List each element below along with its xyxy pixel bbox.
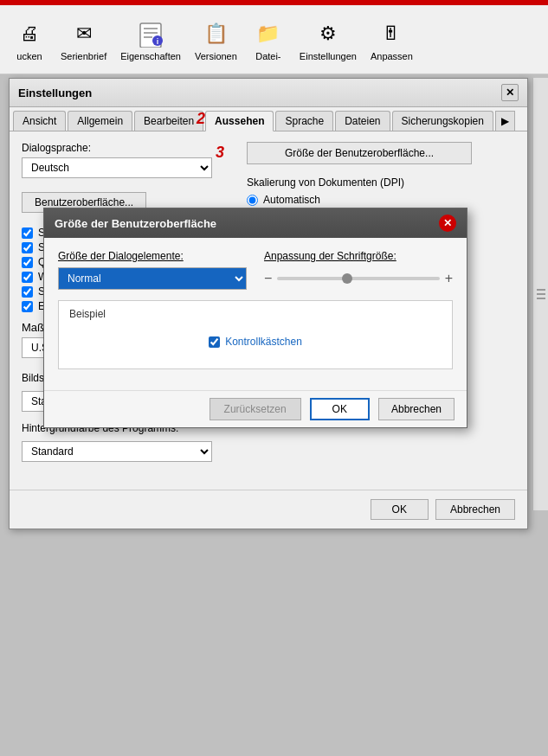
sub-dialog-footer: Zurücksetzen OK Abbrechen [44,390,467,427]
kontrollkaestchen-row: Kontrollkästchen [69,327,442,356]
main-ok-button[interactable]: OK [371,499,429,520]
tab-allgemein[interactable]: Allgemein [68,111,132,131]
sub-col-groesse: Größe der Dialogelemente: Normal [58,250,247,290]
toolbar-einstellungen-label: Einstellungen [300,51,357,61]
scrollbar-handle [537,289,545,299]
sub-dialog-titlebar: Größe der Benutzeroberfläche ✕ [44,208,467,238]
toolbar-anpassen-label: Anpassen [371,51,413,61]
right-scrollbar[interactable] [532,78,548,510]
kontrollkaestchen-checkbox[interactable] [209,336,220,348]
sub-col-anpassung: Anpassung der Schriftgröße: − + [264,250,453,290]
tab-ansicht[interactable]: Ansicht [13,111,66,131]
anpassung-label: Anpassung der Schriftgröße: [264,250,453,262]
slider-minus[interactable]: − [264,271,272,286]
step3-number: 3 [216,144,224,162]
checkbox-statu-input[interactable] [22,227,33,239]
sub-ok-button[interactable]: OK [310,398,370,420]
print-icon: 🖨 [14,18,45,49]
beispiel-label: Beispiel [69,308,442,320]
normal-select[interactable]: Normal [58,267,247,290]
automatisch-radio[interactable] [247,195,258,206]
checkbox-schri-input[interactable] [22,242,33,253]
main-dialog-footer: OK Abbrechen [10,490,527,529]
sub-columns: Größe der Dialogelemente: Normal Anpassu… [58,250,453,290]
slider-thumb[interactable] [342,273,352,284]
sub-cancel-button[interactable]: Abbrechen [378,398,455,420]
dialogsprache-label: Dialogsprache: [22,142,229,154]
main-dialog-title: Einstellungen [18,86,92,99]
toolbar-serienbrief-label: Serienbrief [61,51,106,61]
toolbar-eigenschaften-label: Eigenschaften [120,51,181,61]
toolbar: 🖨 ucken ✉ Serienbrief i Eigenschaften 📋 … [0,5,548,74]
serienbrief-icon: ✉ [68,18,100,49]
tab-sprache[interactable]: Sprache [275,111,333,131]
toolbar-anpassen[interactable]: 🎚 Anpassen [365,15,418,65]
step2-number: 2 [197,110,205,128]
sub-dialog: Größe der Benutzeroberfläche ✕ Größe der… [43,208,467,428]
sub-dialog-body: Größe der Dialogelemente: Normal Anpassu… [44,238,467,390]
tab-sicherungskopien[interactable]: Sicherungskopien [392,111,493,131]
tab-bearbeiten[interactable]: Bearbeiten [134,111,203,131]
eigenschaften-icon: i [135,18,166,49]
svg-text:i: i [157,37,159,46]
sub-dialog-close[interactable]: ✕ [439,215,456,232]
toolbar-serienbrief[interactable]: ✉ Serienbrief [55,15,112,65]
tab-more[interactable]: ▶ [495,111,515,131]
einstellungen-icon: ⚙ [313,18,344,49]
automatisch-label: Automatisch [263,194,320,206]
anpassen-icon: 🎚 [376,18,407,49]
kontrollkaestchen-label: Kontrollkästchen [225,336,302,348]
groesse-dialogelemente-label: Größe der Dialogelemente: [58,250,247,262]
automatisch-row: Automatisch [247,194,515,206]
checkbox-warn-input[interactable] [22,272,33,283]
toolbar-print-label: ucken [16,51,42,61]
toolbar-eigenschaften[interactable]: i Eigenschaften [115,15,186,65]
toolbar-datei[interactable]: 📁 Datei- [246,15,291,65]
slider-track[interactable] [277,277,439,280]
checkbox-echtz-input[interactable] [22,301,33,312]
slider-row: − + [264,271,453,286]
main-cancel-button[interactable]: Abbrechen [435,499,515,520]
slider-plus[interactable]: + [445,271,453,286]
datei-icon: 📁 [253,18,284,49]
toolbar-print[interactable]: 🖨 ucken [7,15,52,65]
zuruck-button[interactable]: Zurücksetzen [210,398,301,420]
sub-dialog-title: Größe der Benutzeroberfläche [55,217,216,230]
versionen-icon: 📋 [200,18,231,49]
beispiel-box: Beispiel Kontrollkästchen [58,300,453,369]
main-dialog-close[interactable]: ✕ [501,84,519,101]
toolbar-datei-label: Datei- [255,51,280,61]
toolbar-einstellungen[interactable]: ⚙ Einstellungen [294,15,362,65]
dialogsprache-select[interactable]: Deutsch [22,157,212,178]
tab-aussehen[interactable]: Aussehen [205,111,274,131]
hintergrund-select[interactable]: Standard [22,441,212,462]
toolbar-versionen[interactable]: 📋 Versionen [190,15,242,65]
dialogsprache-row: Dialogsprache: Deutsch [22,142,229,178]
main-dialog-titlebar: Einstellungen ✕ [10,79,527,107]
tab-bar: Ansicht Allgemein Bearbeiten Aussehen Sp… [10,107,527,131]
toolbar-versionen-label: Versionen [195,51,237,61]
checkbox-syste-input[interactable] [22,286,33,298]
groesse-button[interactable]: Größe der Benutzeroberfläche... [247,142,472,164]
skalierung-label: Skalierung von Dokumenten (DPI) [247,176,515,189]
tab-dateien[interactable]: Dateien [335,111,390,131]
checkbox-quick-input[interactable] [22,257,33,268]
